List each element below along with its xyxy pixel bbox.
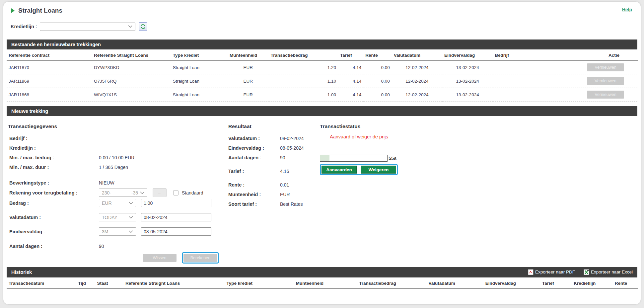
col-transactiebedrag: Transactiebedrag — [269, 49, 338, 60]
new-drawing-section-bar: Nieuwe trekking — [7, 106, 637, 116]
eindvervaldag-input[interactable] — [141, 227, 211, 236]
vernieuwen-button[interactable]: Vernieuwen — [587, 91, 624, 99]
cell-type-krediet: Straight Loan — [171, 60, 228, 74]
hcol-transactiebedrag: Transactiebedrag — [357, 277, 426, 288]
historiek-empty-row — [7, 288, 638, 305]
chevron-down-icon — [128, 25, 132, 28]
eindvervaldag-label: Eindvervaldag : — [8, 229, 99, 234]
resultaat-valutadatum-label: Valutadatum : — [228, 136, 280, 141]
main-panel: Straight Loans Help Kredietlijn : Bestaa… — [3, 1, 641, 305]
countdown-progress-bar — [320, 155, 388, 162]
weigeren-button[interactable]: Weigeren — [361, 166, 396, 174]
cell-bedrijf — [493, 74, 540, 88]
bewerkingstype-label: Bewerkingstype : — [8, 180, 99, 186]
berekenen-highlight: Berekenen — [182, 252, 219, 264]
table-row: JAR11870 DYWP3DKD Straight Loan EUR 1.20… — [7, 60, 638, 74]
col-valutadatum: Valutadatum — [392, 49, 442, 60]
vernieuwen-button[interactable]: Vernieuwen — [587, 63, 624, 71]
col-munteenheid: Munteenheid — [228, 49, 269, 60]
cell-bedrijf — [493, 88, 540, 102]
historiek-table: Transactiedatum Tijd Staat Referentie St… — [7, 277, 638, 305]
section-arrow-icon — [11, 8, 15, 13]
aanvaarden-button[interactable]: Aanvaarden — [322, 166, 357, 174]
cell-valutadatum: 12-02-2024 — [392, 60, 442, 74]
historiek-section-bar: Historiek Exporteer naar PDF Exporteer n… — [7, 267, 637, 277]
eindvervaldag-mode-select[interactable]: 3M — [99, 227, 136, 236]
resultaat-aantal-dagen-label: Aantal dagen : — [228, 155, 280, 160]
cell-tarief: 4.14 — [338, 88, 363, 102]
resultaat-eindvervaldag-value: 08-05-2024 — [280, 145, 304, 151]
transactiegegevens-heading: Transactiegegevens — [8, 123, 220, 129]
cell-rente: 0.00 — [363, 74, 392, 88]
cell-referentie-contract: JAR11868 — [7, 88, 92, 102]
valutadatum-input[interactable] — [141, 213, 211, 221]
existing-header-row: Referentie contract Referentie Straight … — [7, 49, 638, 60]
col-type-krediet: Type krediet — [171, 49, 228, 60]
bewerkingstype-value: NIEUW — [99, 180, 114, 186]
new-drawing-section-title: Nieuwe trekking — [11, 106, 48, 116]
col-bedrijf: Bedrijf — [493, 49, 540, 60]
valutadatum-mode-value: TODAY — [102, 215, 117, 220]
vernieuwen-button[interactable]: Vernieuwen — [587, 77, 624, 85]
hcol-kredietlijn: Kredietlijn — [572, 277, 613, 288]
export-excel-label: Exporteer naar Excel — [591, 267, 633, 277]
cell-actie: Vernieuwen — [540, 74, 638, 88]
hcol-valutadatum: Valutadatum — [426, 277, 483, 288]
resultaat-munteenheid-label: Munteenheid : — [228, 192, 280, 197]
help-link[interactable]: Help — [622, 7, 632, 12]
valutadatum-mode-select[interactable]: TODAY — [99, 213, 136, 221]
col-referentie-contract: Referentie contract — [7, 49, 92, 60]
hcol-tarief: Tarief — [540, 277, 572, 288]
resultaat-rente-value: 0.01 — [280, 182, 289, 188]
existing-table: Referentie contract Referentie Straight … — [7, 49, 638, 102]
cell-transactiebedrag: 1.00 — [269, 88, 338, 102]
cell-transactiebedrag: 1.10 — [269, 74, 338, 88]
cell-referentie-contract: JAR11869 — [7, 74, 92, 88]
standaard-checkbox[interactable] — [173, 190, 179, 195]
wissen-button[interactable]: Wissen — [143, 254, 177, 262]
col-actie: Actie — [540, 49, 638, 60]
existing-section-title: Bestaande en hernieuwbare trekkingen — [11, 39, 101, 49]
cell-rente: 0.00 — [363, 60, 392, 74]
cell-bedrijf — [493, 60, 540, 74]
cell-munteenheid: EUR — [228, 60, 269, 74]
col-tarief: Tarief — [338, 49, 363, 60]
export-excel-link[interactable]: Exporteer naar Excel — [584, 267, 633, 277]
topbar: Straight Loans Help — [3, 2, 641, 14]
bedrag-input[interactable] — [141, 199, 211, 207]
hcol-referentie-straight-loans: Referentie Straight Loans — [123, 277, 224, 288]
chevron-down-icon — [140, 192, 144, 194]
resultaat-soort-tarief-value: Best Rates — [280, 201, 303, 207]
rekening-select-value-right: -35 — [131, 190, 138, 195]
chevron-down-icon — [129, 216, 133, 219]
export-pdf-link[interactable]: Exporteer naar PDF — [528, 267, 575, 277]
hcol-type-krediet: Type krediet — [225, 277, 294, 288]
hcol-eindvervaldag: Eindvervaldag — [483, 277, 540, 288]
refresh-button[interactable] — [139, 22, 147, 31]
transactiegegevens-panel: Transactiegegevens Bedrijf : Kredietlijn… — [8, 120, 220, 264]
countdown-progress-fill — [320, 155, 329, 161]
kredietlijn-label: Kredietlijn : — [8, 145, 99, 151]
col-eindvervaldag: Eindvervaldag — [442, 49, 493, 60]
hcol-tijd: Tijd — [76, 277, 95, 288]
standaard-label: Standaard — [182, 190, 203, 195]
aantal-dagen-label: Aantal dagen : — [8, 244, 99, 249]
resultaat-valutadatum-value: 08-02-2024 — [280, 136, 304, 141]
bedrag-currency-select[interactable]: EUR — [99, 199, 136, 207]
resultaat-munteenheid-value: EUR — [280, 192, 290, 197]
kredietlijn-filter-row: Kredietlijn : — [3, 22, 641, 31]
berekenen-button[interactable]: Berekenen — [183, 254, 217, 262]
cell-transactiebedrag: 1.20 — [269, 60, 338, 74]
cell-referentie-contract: JAR11870 — [7, 60, 92, 74]
resultaat-heading: Resultaat — [228, 123, 320, 129]
rekening-browse-button[interactable]: ... — [153, 188, 167, 197]
kredietlijn-select[interactable] — [40, 23, 135, 31]
existing-section-bar: Bestaande en hernieuwbare trekkingen — [7, 39, 637, 49]
cell-valutadatum: 12-02-2024 — [392, 74, 442, 88]
valutadatum-label: Valutadatum : — [8, 215, 99, 220]
resultaat-panel: Resultaat Valutadatum : 08-02-2024 Eindv… — [220, 120, 320, 264]
min-max-duur-label: Min. / max. duur : — [8, 165, 99, 170]
cell-referentie-straight-loans: O7J5F6RQ — [92, 74, 171, 88]
rekening-select[interactable]: 230- -35 — [99, 189, 147, 197]
decision-highlight: Aanvaarden Weigeren — [320, 164, 398, 175]
